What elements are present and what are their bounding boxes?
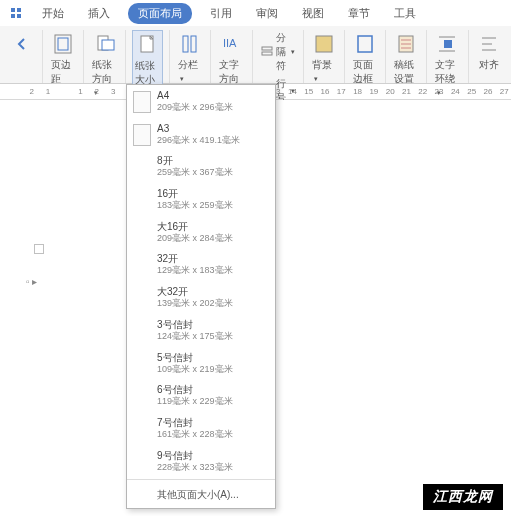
draft-label: 稿纸设置 xyxy=(394,58,418,86)
svg-rect-3 xyxy=(17,14,21,18)
chevron-down-icon: ▾ xyxy=(291,48,295,56)
app-menu-icon[interactable] xyxy=(8,5,24,21)
background-label: 背景▾ xyxy=(312,58,336,83)
svg-rect-18 xyxy=(358,36,372,52)
page-portrait-icon xyxy=(133,124,151,146)
page-border-label: 页面边框 xyxy=(353,58,377,86)
page-side-icon: ▫ ▸ xyxy=(26,276,37,287)
orientation-icon xyxy=(93,32,117,56)
svg-rect-7 xyxy=(102,40,114,50)
tab-references[interactable]: 引用 xyxy=(204,2,238,25)
back-button[interactable] xyxy=(8,30,36,58)
svg-rect-9 xyxy=(183,36,188,52)
watermark: 江西龙网 xyxy=(423,484,503,510)
chevron-down-icon: ▾ xyxy=(314,75,318,82)
align-icon xyxy=(477,32,501,56)
back-icon xyxy=(10,32,34,56)
chevron-down-icon: ▾ xyxy=(180,75,184,82)
paper-size-option[interactable]: 大16开 209毫米 x 284毫米 xyxy=(127,216,275,249)
columns-icon xyxy=(178,32,202,56)
paper-size-option[interactable]: 9号信封 228毫米 x 323毫米 xyxy=(127,445,275,478)
paper-size-option[interactable]: 16开 183毫米 x 259毫米 xyxy=(127,183,275,216)
background-button[interactable]: 背景▾ xyxy=(310,30,338,85)
paper-size-option[interactable]: 5号信封 109毫米 x 219毫米 xyxy=(127,347,275,380)
page-border-icon xyxy=(353,32,377,56)
margins-icon xyxy=(51,32,75,56)
draft-button[interactable]: 稿纸设置 xyxy=(392,30,420,88)
tab-review[interactable]: 审阅 xyxy=(250,2,284,25)
text-direction-icon: IIA xyxy=(219,32,243,56)
text-wrap-icon xyxy=(435,32,459,56)
page-border-button[interactable]: 页面边框 xyxy=(351,30,379,88)
tab-view[interactable]: 视图 xyxy=(296,2,330,25)
svg-rect-1 xyxy=(17,8,21,12)
paper-size-option[interactable]: A4 209毫米 x 296毫米 xyxy=(127,85,275,118)
align-button[interactable]: 对齐 xyxy=(475,30,503,74)
tab-home[interactable]: 开始 xyxy=(36,2,70,25)
svg-rect-13 xyxy=(262,52,272,55)
paper-size-option[interactable]: 32开 129毫米 x 183毫米 xyxy=(127,248,275,281)
align-label: 对齐 xyxy=(479,58,499,72)
paper-size-option[interactable]: 7号信封 161毫米 x 228毫米 xyxy=(127,412,275,445)
columns-label: 分栏▾ xyxy=(178,58,202,83)
draft-icon xyxy=(394,32,418,56)
tab-insert[interactable]: 插入 xyxy=(82,2,116,25)
menu-tabs: 开始 插入 页面布局 引用 审阅 视图 章节 工具 xyxy=(0,0,511,26)
svg-rect-23 xyxy=(444,40,452,48)
paper-size-option[interactable]: 3号信封 124毫米 x 175毫米 xyxy=(127,314,275,347)
svg-rect-2 xyxy=(11,14,15,18)
background-icon xyxy=(312,32,336,56)
svg-rect-12 xyxy=(262,47,272,50)
margins-button[interactable]: 页边距 xyxy=(49,30,77,88)
tab-page-layout[interactable]: 页面布局 xyxy=(128,3,192,24)
ribbon: 页边距 纸张方向▾ 纸张大小▾ 分栏▾ IIA xyxy=(0,26,511,84)
svg-text:IIA: IIA xyxy=(223,37,237,49)
columns-button[interactable]: 分栏▾ xyxy=(176,30,204,85)
paper-size-option[interactable]: 8开 259毫米 x 367毫米 xyxy=(127,150,275,183)
paper-size-option[interactable]: 大32开 139毫米 x 202毫米 xyxy=(127,281,275,314)
svg-rect-0 xyxy=(11,8,15,12)
page-portrait-icon xyxy=(133,91,151,113)
tab-sections[interactable]: 章节 xyxy=(342,2,376,25)
paper-size-option[interactable]: A3 296毫米 x 419.1毫米 xyxy=(127,118,275,151)
paper-size-icon xyxy=(135,33,159,57)
other-page-size-option[interactable]: 其他页面大小(A)... xyxy=(127,482,275,508)
page-corner-indicator xyxy=(34,244,44,254)
svg-rect-5 xyxy=(58,38,68,50)
svg-rect-10 xyxy=(191,36,196,52)
paper-size-option[interactable]: 6号信封 119毫米 x 229毫米 xyxy=(127,379,275,412)
tab-tools[interactable]: 工具 xyxy=(388,2,422,25)
break-button[interactable]: 分隔符▾ xyxy=(259,30,297,74)
svg-rect-17 xyxy=(316,36,332,52)
break-icon xyxy=(261,45,273,59)
paper-size-dropdown: A4 209毫米 x 296毫米 A3 296毫米 x 419.1毫米 8开 2… xyxy=(126,84,276,509)
margins-label: 页边距 xyxy=(51,58,75,86)
